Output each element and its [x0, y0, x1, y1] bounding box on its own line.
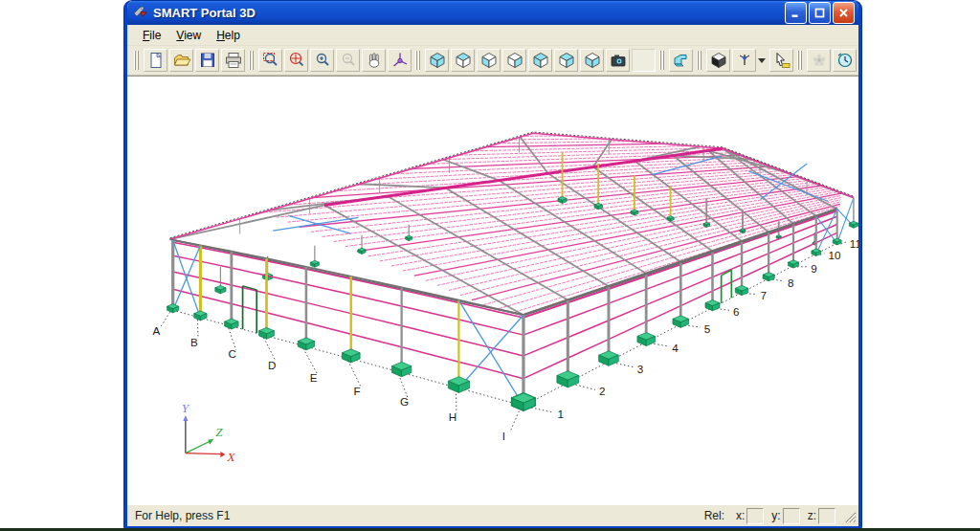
- resize-grip[interactable]: [841, 508, 857, 523]
- coord-value-y: [783, 508, 800, 524]
- toolbar-gripper[interactable]: [859, 51, 861, 70]
- 3d-viewport[interactable]: ABCDEFGHI1234567891011YZX: [127, 76, 858, 504]
- menu-bar: FileViewHelp: [127, 25, 858, 46]
- zoom-out-icon[interactable]: [336, 49, 360, 72]
- toolbar-group-3: [657, 49, 694, 72]
- axes-mode-icon[interactable]: [732, 49, 756, 72]
- screenshot-stage: SMART Portal 3D FileViewHelp ABCDEFGHI12…: [0, 0, 980, 531]
- open-folder-icon[interactable]: [169, 49, 193, 72]
- view-cube-iso-icon[interactable]: [425, 49, 449, 72]
- toolbar-group-2: [412, 49, 657, 72]
- zoom-extents-icon[interactable]: [284, 49, 308, 72]
- toolbar-gripper[interactable]: [133, 51, 140, 70]
- toolbar-gripper[interactable]: [658, 51, 665, 70]
- grid-label-C: C: [229, 348, 236, 360]
- view-cube-front-icon[interactable]: [477, 49, 501, 72]
- snap-settings-icon[interactable]: [807, 49, 831, 72]
- toolbar-gripper[interactable]: [796, 51, 803, 70]
- toolbar: [127, 46, 858, 76]
- grid-label-B: B: [190, 337, 198, 348]
- grid-label-3: 3: [637, 364, 643, 375]
- grid-label-11: 11: [850, 238, 858, 250]
- coord-label-x: x:: [736, 509, 745, 522]
- toolbar-gripper[interactable]: [696, 51, 702, 70]
- app-icon: [133, 4, 148, 23]
- toolbar-group-5: [794, 49, 858, 72]
- orbit-3d-icon[interactable]: [388, 49, 412, 72]
- view-cube-right-icon[interactable]: [554, 49, 578, 72]
- extrude-3d-icon[interactable]: [669, 49, 693, 72]
- rel-label: Rel:: [704, 509, 724, 522]
- grid-label-2: 2: [599, 386, 605, 397]
- grid-labels: ABCDEFGHI1234567891011: [152, 238, 858, 442]
- camera-view-icon[interactable]: [606, 49, 630, 72]
- zoom-in-icon[interactable]: [310, 49, 334, 72]
- app-window: SMART Portal 3D FileViewHelp ABCDEFGHI12…: [124, 1, 861, 529]
- new-document-icon[interactable]: [144, 49, 167, 72]
- status-message: For Help, press F1: [135, 509, 695, 522]
- toolbar-group-0: [131, 49, 246, 72]
- grid-label-F: F: [353, 386, 360, 397]
- view-cube-back-icon[interactable]: [502, 49, 526, 72]
- footings: [167, 221, 858, 410]
- save-icon[interactable]: [195, 49, 219, 72]
- view-cube-bottom-icon[interactable]: [580, 49, 604, 72]
- menu-item-file[interactable]: File: [135, 27, 168, 44]
- status-bar: For Help, press F1 Rel: x:y:z:: [127, 504, 858, 526]
- axis-label-x: X: [226, 450, 235, 464]
- blank-slot: [632, 49, 656, 72]
- coordinate-fields: x:y:z:: [728, 508, 835, 524]
- history-clock-icon[interactable]: [833, 49, 857, 72]
- select-measure-icon[interactable]: [769, 49, 793, 72]
- toolbar-gripper[interactable]: [248, 51, 255, 70]
- maximize-button[interactable]: [809, 2, 831, 24]
- window-title: SMART Portal 3D: [153, 6, 783, 20]
- toolbar-gripper[interactable]: [414, 51, 421, 70]
- render-solid-icon[interactable]: [706, 49, 730, 72]
- grid-label-D: D: [268, 360, 276, 371]
- roof-rafters: [170, 137, 854, 315]
- grid-label-6: 6: [733, 306, 739, 318]
- coord-label-y: y:: [771, 509, 780, 522]
- menu-item-help[interactable]: Help: [209, 27, 248, 44]
- grid-label-9: 9: [811, 263, 816, 275]
- dropdown-arrow-icon[interactable]: [758, 58, 766, 63]
- print-icon[interactable]: [221, 49, 245, 72]
- door-frames: [243, 270, 732, 333]
- view-cube-left-icon[interactable]: [528, 49, 552, 72]
- title-bar[interactable]: SMART Portal 3D: [127, 1, 858, 25]
- view-cube-top-icon[interactable]: [451, 49, 475, 72]
- minimize-button[interactable]: [785, 2, 807, 24]
- coord-value-x: [746, 508, 764, 524]
- grid-label-1: 1: [557, 409, 563, 420]
- toolbar-group-6: [858, 49, 861, 72]
- grid-label-E: E: [310, 373, 318, 385]
- grid-label-7: 7: [761, 291, 767, 302]
- coord-value-z: [818, 508, 835, 524]
- grid-label-5: 5: [704, 323, 710, 335]
- grid-label-10: 10: [829, 250, 841, 261]
- axis-label-z: Z: [215, 425, 223, 439]
- toolbar-group-1: [246, 49, 412, 72]
- grid-label-I: I: [502, 431, 505, 442]
- close-button[interactable]: [833, 2, 855, 24]
- grid-label-4: 4: [672, 343, 679, 354]
- coord-label-z: z:: [808, 509, 816, 522]
- pan-hand-icon[interactable]: [362, 49, 386, 72]
- axis-label-y: Y: [182, 401, 190, 415]
- toolbar-group-4: [694, 49, 794, 72]
- axis-triad: YZX: [182, 401, 236, 463]
- grid-label-A: A: [152, 325, 160, 337]
- structure-model: ABCDEFGHI1234567891011YZX: [127, 77, 858, 504]
- grid-label-G: G: [400, 396, 409, 408]
- zoom-window-icon[interactable]: [258, 49, 282, 72]
- grid-label-H: H: [449, 411, 457, 423]
- menu-item-view[interactable]: View: [168, 27, 209, 44]
- grid-label-8: 8: [788, 277, 793, 289]
